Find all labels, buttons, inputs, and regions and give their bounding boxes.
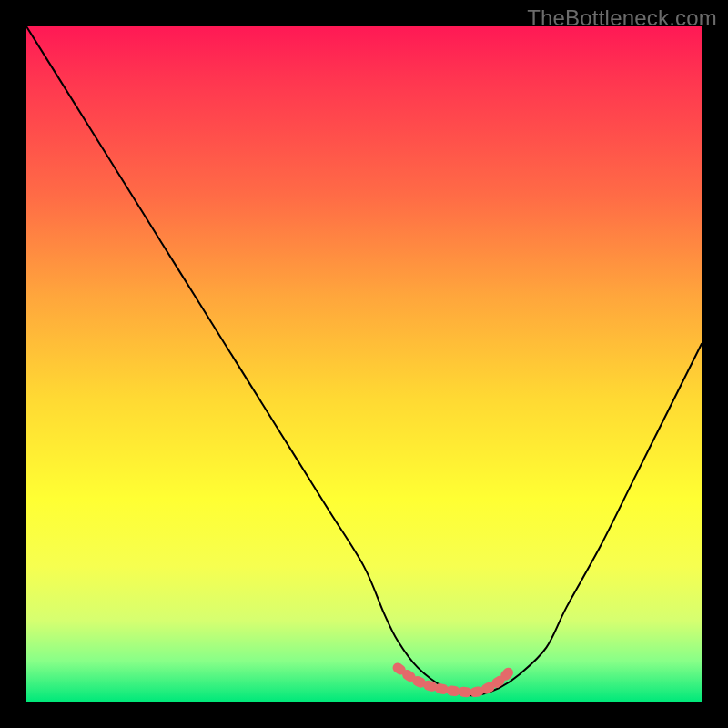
watermark-text: TheBottleneck.com	[527, 5, 717, 31]
optimal-band-marker	[398, 668, 512, 693]
chart-frame: TheBottleneck.com	[0, 0, 728, 728]
chart-overlay	[26, 26, 702, 702]
bottleneck-curve-line	[26, 26, 702, 696]
